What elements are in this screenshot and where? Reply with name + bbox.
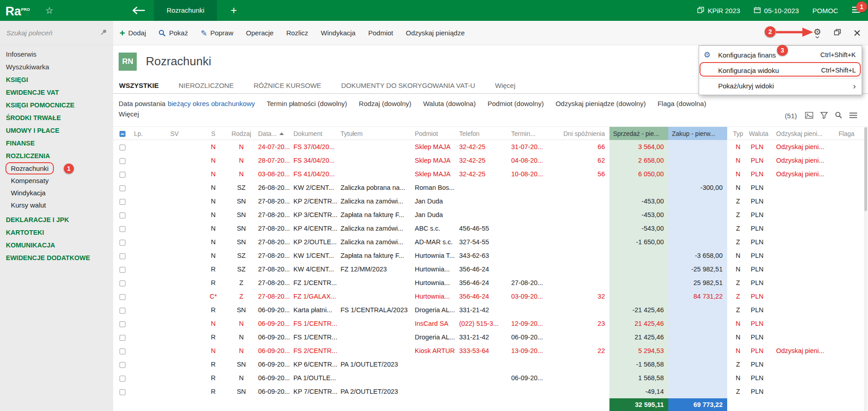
sidebar-item-ksi-gi[interactable]: KSIĘGI [0, 73, 113, 86]
row-checkbox[interactable] [120, 348, 125, 354]
back-arrow-icon[interactable] [129, 6, 148, 15]
table-row[interactable]: RSN06-09-20...KP 7/CENTR...PA 2/OUTLET/2… [113, 385, 868, 398]
row-checkbox[interactable] [120, 199, 125, 205]
toolbar-button-operacje[interactable]: Operacje [246, 29, 273, 37]
column-header-zakup[interactable]: Zakup - pierw... [668, 127, 727, 140]
column-header-termin[interactable]: Termin... [510, 127, 552, 140]
filter-rodzaj-dowolny[interactable]: Rodzaj (dowolny) [359, 100, 412, 107]
tab-r-nice-kursowe[interactable]: RÓŻNICE KURSOWE [254, 82, 321, 93]
app-logo[interactable]: RaPRO [5, 0, 30, 22]
table-row[interactable]: RSN06-09-20...Karta płatni...FS 1/CENTRA… [113, 303, 868, 317]
column-header-data[interactable]: Data... [257, 127, 293, 140]
table-row[interactable]: NN28-07-20...FS 34/04/20...Sklep MAJA32-… [113, 154, 868, 167]
tab-wszystkie[interactable]: WSZYSTKIE [119, 82, 159, 93]
sidebar-item-wyszukiwarka[interactable]: Wyszukiwarka [0, 61, 113, 73]
date-selector[interactable]: 05-10-2023 [754, 7, 799, 15]
odzyskaj-link[interactable]: Odzyskaj pieni... [776, 170, 824, 178]
row-checkbox[interactable] [120, 240, 125, 246]
restore-window-icon[interactable] [834, 29, 841, 37]
row-checkbox[interactable] [120, 253, 125, 259]
column-header-rodzaj[interactable]: Rodzaj [225, 127, 257, 140]
column-header-lp[interactable]: Lp. [133, 127, 169, 140]
toolbar-button-podmiot[interactable]: Podmiot [368, 29, 393, 37]
sidebar-item-ewidencje-dodatkowe[interactable]: EWIDENCJE DODATKOWE [0, 251, 113, 264]
table-row[interactable]: RN06-09-20...PA 1/OUTLE...06-09-20...1 5… [113, 371, 868, 385]
column-header-tytulem[interactable]: Tytułem [340, 127, 414, 140]
toolbar-button-dodaj[interactable]: +Dodaj [120, 29, 146, 37]
filter-waluta-dowolna[interactable]: Waluta (dowolna) [423, 100, 475, 107]
list-menu-icon[interactable] [849, 112, 857, 120]
toolbar-button-rozlicz[interactable]: Rozlicz [286, 29, 308, 37]
table-row[interactable]: NN03-08-20...FS 41/04/20...Sklep MAJA32-… [113, 167, 868, 181]
column-header-telefon[interactable]: Telefon [458, 127, 510, 140]
row-checkbox[interactable] [120, 226, 125, 232]
row-checkbox[interactable] [120, 335, 125, 341]
column-header-s[interactable]: S [201, 127, 225, 140]
sidebar-item-umowy-i-p-ace[interactable]: UMOWY I PŁACE [0, 124, 113, 137]
table-row[interactable]: C*Z27-08-20...FZ 1/GALAX...Hurtownia...3… [113, 290, 868, 303]
close-icon[interactable]: × [854, 29, 861, 38]
row-checkbox[interactable] [120, 294, 125, 300]
row-checkbox[interactable] [120, 145, 125, 150]
odzyskaj-link[interactable]: Odzyskaj pieni... [776, 157, 824, 164]
search-icon[interactable] [835, 111, 842, 120]
table-row[interactable]: NN06-09-20...FS 1/CENTR...InsCard SA(022… [113, 317, 868, 330]
toolbar-button-windykacja[interactable]: Windykacja [321, 29, 356, 37]
column-header-dokument[interactable]: Dokument [293, 127, 340, 140]
scrollbar-thumb[interactable] [864, 127, 867, 211]
pin-icon[interactable] [101, 29, 107, 37]
help-button[interactable]: POMOC [812, 7, 838, 15]
sidebar-item-ewidencje-vat[interactable]: EWIDENCJE VAT [0, 86, 113, 99]
sidebar-item-komunikacja[interactable]: KOMUNIKACJA [0, 239, 113, 251]
odzyskaj-link[interactable]: Odzyskaj pieni... [776, 347, 824, 354]
row-checkbox[interactable] [120, 362, 125, 368]
row-checkbox[interactable] [120, 308, 125, 314]
filter-funnel-icon[interactable] [820, 112, 828, 120]
table-row[interactable]: NSN27-08-20...KP 2/OUTLE...Zaliczka na z… [113, 235, 868, 249]
column-header-sel[interactable] [113, 127, 133, 140]
sidebar-item-kursy-walut[interactable]: Kursy walut [0, 199, 113, 211]
toolbar-button-poka[interactable]: Pokaż [158, 29, 188, 37]
table-row[interactable]: NSN27-08-20...KP 4/CENTR...Zaliczka na z… [113, 222, 868, 235]
table-row[interactable]: RZ27-08-20...FZ 1/CENTR...Hurtownia...35… [113, 276, 868, 290]
sidebar-item-deklaracje-i-jpk[interactable]: DEKLARACJE I JPK [0, 213, 113, 226]
column-header-odzyskaj[interactable]: Odzyskaj pieni... [775, 127, 838, 140]
column-header-sprzedaz[interactable]: Sprzedaż - pie... [609, 127, 668, 140]
table-row[interactable]: RN06-09-20...FS 1/CENTR...Drogeria AL...… [113, 330, 868, 344]
period-selector[interactable]: KPiR 2023 [697, 7, 740, 15]
tab-nierozliczone[interactable]: NIEROZLICZONE [179, 82, 234, 93]
sidebar-item-windykacja[interactable]: Windykacja [0, 187, 113, 199]
menu-item-poka-ukryj-widoki[interactable]: Pokaż/ukryj widoki› [699, 78, 862, 93]
thumbnail-view-icon[interactable] [805, 112, 813, 120]
favorites-star-icon[interactable]: ☆ [45, 5, 53, 16]
row-checkbox[interactable] [120, 376, 125, 382]
row-checkbox[interactable] [120, 185, 125, 191]
table-row[interactable]: NSZ26-08-20...KW 2/CENT...Zaliczka pobra… [113, 181, 868, 194]
table-row[interactable]: NSN27-08-20...KP 3/CENTR...Zapłata na fa… [113, 208, 868, 222]
column-header-sv[interactable]: SV [169, 127, 201, 140]
table-row[interactable]: RSN06-09-20...KP 6/CENTR...PA 1/OUTLET/2… [113, 358, 868, 371]
vertical-scrollbar[interactable] [864, 126, 868, 411]
sidebar-item-kompensaty[interactable]: Kompensaty [0, 174, 113, 187]
command-search-input[interactable]: Szukaj poleceń [0, 21, 113, 45]
table-row[interactable]: NN06-09-20...FS 2/CENTR...Kiosk ARTUR333… [113, 344, 868, 358]
sidebar-item-rozrachunki[interactable]: Rozrachunki [0, 162, 113, 174]
table-row[interactable]: NN24-07-20...FS 37/04/20...Sklep MAJA32-… [113, 140, 868, 154]
table-row[interactable]: NSN27-08-20...KP 2/CENTR...Zaliczka na z… [113, 194, 868, 208]
row-checkbox[interactable] [120, 172, 125, 178]
filter-flaga-dowolna[interactable]: Flaga (dowolna) [657, 100, 706, 107]
new-tab-button[interactable]: + [230, 4, 237, 17]
column-header-flaga[interactable]: Flaga [838, 127, 865, 140]
table-row[interactable]: RSZ27-08-20...KW 4/CENT...FZ 12/MM/2023H… [113, 262, 868, 276]
column-header-typ[interactable]: Typ [727, 127, 748, 140]
sidebar-item-kartoteki[interactable]: KARTOTEKI [0, 226, 113, 239]
tab-wi-cej[interactable]: Więcej [495, 82, 515, 93]
row-checkbox[interactable] [120, 321, 125, 327]
sidebar-item-rodki-trwa-e[interactable]: ŚRODKI TRWAŁE [0, 111, 113, 124]
sidebar-item-rozliczenia[interactable]: ROZLICZENIA [0, 150, 113, 162]
row-checkbox[interactable] [120, 158, 125, 164]
column-header-dni[interactable]: Dni spóźnienia [552, 127, 609, 140]
odzyskaj-link[interactable]: Odzyskaj pieni... [776, 143, 824, 150]
sidebar-item-infoserwis[interactable]: Infoserwis [0, 48, 113, 61]
filter-termin-p-atno-ci-dowolny[interactable]: Termin płatności (dowolny) [267, 100, 347, 107]
